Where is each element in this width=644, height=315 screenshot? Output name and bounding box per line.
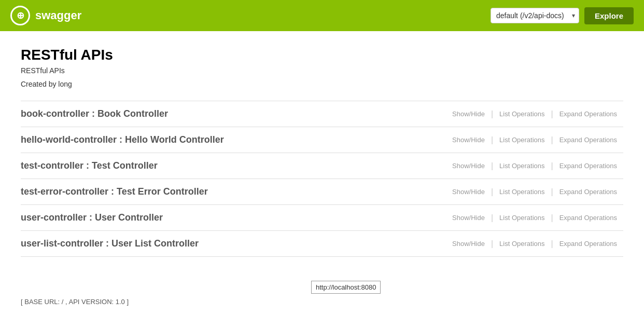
swagger-logo-text: swagger [35,9,81,22]
swagger-logo-icon: ⊕ [10,6,30,25]
controller-row: book-controller : Book ControllerShow/Hi… [21,101,623,127]
action-link-show/hide[interactable]: Show/Hide [446,240,491,248]
controller-actions: Show/Hide|List Operations|Expand Operati… [446,135,623,145]
api-author: Created by long [21,80,623,88]
action-link-list-operations[interactable]: List Operations [493,214,551,222]
action-link-expand-operations[interactable]: Expand Operations [553,240,623,248]
header-logo: ⊕ swagger [10,6,81,25]
action-link-show/hide[interactable]: Show/Hide [446,214,491,222]
action-link-show/hide[interactable]: Show/Hide [446,188,491,196]
controller-row: hello-world-controller : Hello World Con… [21,127,623,153]
controller-name: test-error-controller : Test Error Contr… [21,186,446,197]
controller-row: user-list-controller : User List Control… [21,230,623,257]
api-docs-select[interactable]: default (/v2/api-docs) [491,8,579,23]
api-title: RESTful APIs [21,47,623,63]
controller-actions: Show/Hide|List Operations|Expand Operati… [446,161,623,171]
action-link-expand-operations[interactable]: Expand Operations [553,214,623,222]
controller-actions: Show/Hide|List Operations|Expand Operati… [446,109,623,119]
action-link-expand-operations[interactable]: Expand Operations [553,136,623,144]
explore-button[interactable]: Explore [584,7,634,24]
controller-name: user-list-controller : User List Control… [21,238,446,249]
action-link-expand-operations[interactable]: Expand Operations [553,188,623,196]
controller-actions: Show/Hide|List Operations|Expand Operati… [446,239,623,249]
action-link-list-operations[interactable]: List Operations [493,162,551,170]
controller-name: hello-world-controller : Hello World Con… [21,134,446,145]
header: ⊕ swagger default (/v2/api-docs) ▾ Explo… [0,0,644,31]
action-link-expand-operations[interactable]: Expand Operations [553,110,623,118]
controller-row: test-error-controller : Test Error Contr… [21,179,623,204]
action-link-list-operations[interactable]: List Operations [493,240,551,248]
action-link-list-operations[interactable]: List Operations [493,136,551,144]
action-link-show/hide[interactable]: Show/Hide [446,110,491,118]
main-content: RESTful APIs RESTful APIs Created by lon… [0,31,644,278]
base-url-tooltip: http://localhost:8080 [311,281,381,294]
footer: http://localhost:8080 [ BASE URL: / , AP… [0,278,644,311]
controller-actions: Show/Hide|List Operations|Expand Operati… [446,213,623,223]
controller-row: user-controller : User ControllerShow/Hi… [21,204,623,230]
controller-actions: Show/Hide|List Operations|Expand Operati… [446,187,623,197]
action-link-expand-operations[interactable]: Expand Operations [553,162,623,170]
action-link-show/hide[interactable]: Show/Hide [446,162,491,170]
controller-name: book-controller : Book Controller [21,108,446,119]
api-subtitle: RESTful APIs [21,66,623,75]
action-link-list-operations[interactable]: List Operations [493,188,551,196]
action-link-list-operations[interactable]: List Operations [493,110,551,118]
footer-base-url: [ BASE URL: / , API VERSION: 1.0 ] [21,298,623,306]
api-docs-select-wrapper[interactable]: default (/v2/api-docs) ▾ [491,8,579,23]
controller-name: test-controller : Test Controller [21,160,446,171]
controller-row: test-controller : Test ControllerShow/Hi… [21,153,623,179]
action-link-show/hide[interactable]: Show/Hide [446,136,491,144]
controller-name: user-controller : User Controller [21,212,446,223]
controllers-list: book-controller : Book ControllerShow/Hi… [21,101,623,257]
